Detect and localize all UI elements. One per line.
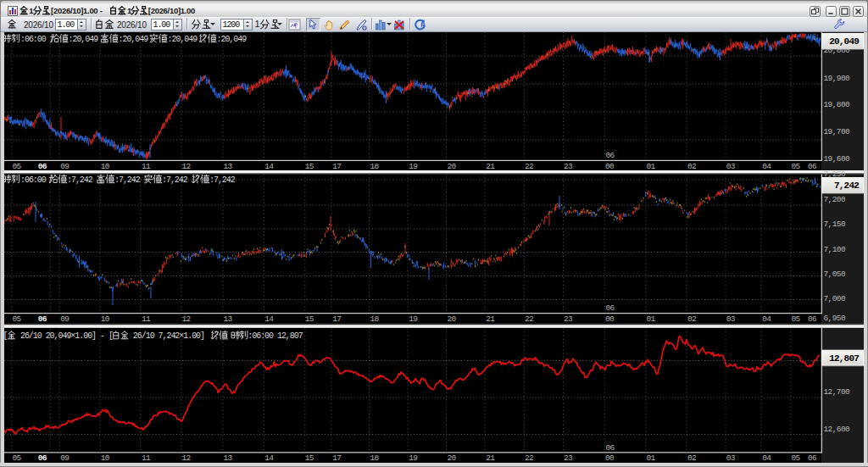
svg-text:06: 06 <box>606 443 615 453</box>
svg-text:10: 10 <box>101 314 110 324</box>
svg-text:1: 1 <box>255 19 260 29</box>
svg-text::06:00 12,807: :06:00 12,807 <box>248 331 303 341</box>
svg-text:21: 21 <box>486 453 495 463</box>
svg-text:15: 15 <box>305 314 314 324</box>
svg-text:7,242: 7,242 <box>834 181 859 191</box>
svg-text:11: 11 <box>142 453 151 463</box>
svg-text:06: 06 <box>38 314 47 324</box>
svg-text:09: 09 <box>60 453 70 463</box>
svg-text:23: 23 <box>564 314 573 324</box>
svg-text::7,242: :7,242 <box>67 175 93 185</box>
svg-text:14: 14 <box>264 162 274 171</box>
svg-text:12: 12 <box>182 453 192 463</box>
svg-text:7,100: 7,100 <box>824 245 846 254</box>
svg-text:04: 04 <box>762 162 771 171</box>
svg-text:05: 05 <box>792 314 801 324</box>
svg-text:18: 18 <box>370 453 380 463</box>
svg-text:26/10 20,049×1.00] - [: 26/10 20,049×1.00] - [ <box>16 331 113 341</box>
svg-text:13: 13 <box>224 453 233 463</box>
svg-text:23: 23 <box>564 453 573 463</box>
svg-text:06: 06 <box>606 151 615 160</box>
svg-text:02: 02 <box>687 314 697 324</box>
svg-text:00: 00 <box>605 453 615 463</box>
svg-text:12,807: 12,807 <box>829 353 859 364</box>
svg-text::06:00: :06:00 <box>20 35 47 44</box>
svg-text:05: 05 <box>792 162 801 171</box>
svg-text:00: 00 <box>605 314 615 324</box>
svg-text:12: 12 <box>182 314 192 324</box>
svg-text:00: 00 <box>605 162 615 171</box>
svg-text:06: 06 <box>808 453 817 463</box>
svg-text:19: 19 <box>409 314 418 324</box>
svg-text:19: 19 <box>409 453 418 463</box>
svg-text:13: 13 <box>224 314 233 324</box>
svg-text::7,242: :7,242 <box>114 175 141 185</box>
svg-text:7,050: 7,050 <box>824 270 846 279</box>
svg-text::7,242: :7,242 <box>162 175 188 185</box>
svg-text:10: 10 <box>101 453 110 463</box>
svg-text:06: 06 <box>808 314 817 324</box>
svg-text:06: 06 <box>38 453 47 463</box>
svg-text:7,200: 7,200 <box>824 195 846 204</box>
svg-text:12,600: 12,600 <box>824 425 851 434</box>
svg-text:22: 22 <box>525 162 534 171</box>
svg-text:19,600: 19,600 <box>824 154 851 164</box>
svg-text:22: 22 <box>525 314 534 324</box>
svg-text::06:00: :06:00 <box>20 175 47 185</box>
svg-text:20: 20 <box>448 314 457 324</box>
svg-text:03: 03 <box>726 162 736 171</box>
svg-text:06: 06 <box>606 303 615 313</box>
svg-text:R: R <box>420 22 425 28</box>
svg-text:17: 17 <box>332 314 341 324</box>
svg-text:14: 14 <box>264 314 274 324</box>
svg-text:17: 17 <box>332 162 341 171</box>
svg-text:05: 05 <box>13 453 22 463</box>
svg-text:01: 01 <box>647 453 656 463</box>
svg-text::20,049: :20,049 <box>119 35 149 44</box>
svg-text::20,049: :20,049 <box>69 35 99 44</box>
svg-text:20: 20 <box>448 162 457 171</box>
svg-text:21: 21 <box>486 162 495 171</box>
svg-text:09: 09 <box>60 314 70 324</box>
svg-text:12: 12 <box>182 162 192 171</box>
svg-text:01: 01 <box>647 162 656 171</box>
svg-text:11: 11 <box>142 162 151 171</box>
svg-text:14: 14 <box>264 453 274 463</box>
svg-text:20: 20 <box>448 453 457 463</box>
svg-text:05: 05 <box>792 453 801 463</box>
svg-text:15: 15 <box>305 162 314 171</box>
svg-text:05: 05 <box>13 162 22 171</box>
svg-text:06: 06 <box>808 162 817 171</box>
svg-text:12,700: 12,700 <box>824 387 851 397</box>
svg-text:01: 01 <box>647 314 656 324</box>
svg-text:20,049: 20,049 <box>829 36 859 47</box>
svg-text:10: 10 <box>101 162 110 171</box>
svg-text:06: 06 <box>38 162 47 171</box>
svg-text:22: 22 <box>525 453 534 463</box>
svg-text:19,800: 19,800 <box>824 100 851 109</box>
svg-text::7,242: :7,242 <box>209 175 236 185</box>
svg-text:05: 05 <box>13 314 22 324</box>
svg-text:09: 09 <box>60 162 70 171</box>
svg-text:02: 02 <box>687 453 697 463</box>
svg-text:03: 03 <box>726 314 736 324</box>
svg-text:6,950: 6,950 <box>824 314 846 323</box>
svg-text:21: 21 <box>486 314 495 324</box>
svg-text:18: 18 <box>370 162 380 171</box>
svg-text:02: 02 <box>687 162 697 171</box>
svg-text:04: 04 <box>762 453 771 463</box>
svg-text:17: 17 <box>332 453 341 463</box>
svg-text:03: 03 <box>726 453 736 463</box>
svg-text:04: 04 <box>762 314 771 324</box>
svg-text:19: 19 <box>409 162 418 171</box>
svg-text:19,700: 19,700 <box>824 127 851 136</box>
svg-text::20,049: :20,049 <box>168 35 198 44</box>
svg-text:19,900: 19,900 <box>824 74 851 83</box>
svg-text:26/10 7,242×1.00]: 26/10 7,242×1.00] <box>129 331 204 341</box>
svg-text:23: 23 <box>564 162 573 171</box>
svg-text:15: 15 <box>305 453 314 463</box>
svg-text:18: 18 <box>370 314 380 324</box>
svg-text:13: 13 <box>224 162 233 171</box>
svg-text:7,150: 7,150 <box>824 220 846 229</box>
svg-text::20,049: :20,049 <box>217 35 248 44</box>
